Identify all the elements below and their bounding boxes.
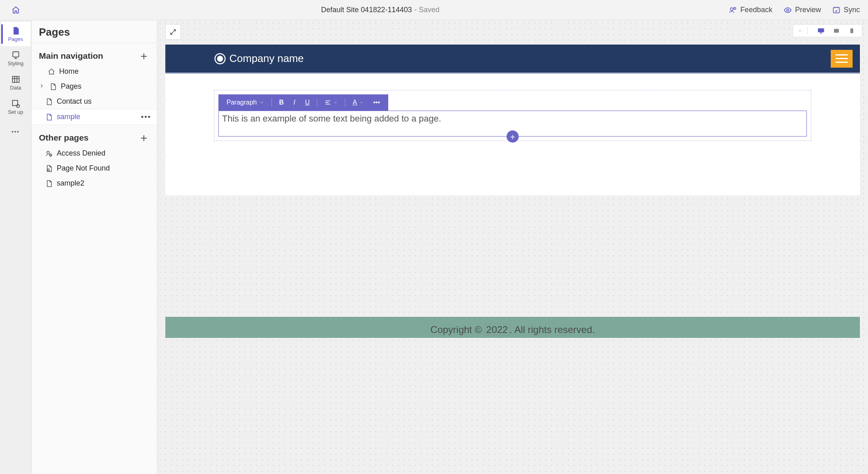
italic-button[interactable]: I <box>289 94 299 111</box>
preview-body: Paragraph B I U <box>165 74 860 195</box>
rail-item-setup[interactable]: Set up <box>1 95 30 119</box>
add-main-nav-page-button[interactable]: ＋ <box>138 50 150 62</box>
home-icon <box>11 6 20 15</box>
rail-item-pages[interactable]: Pages <box>1 22 30 46</box>
page-icon <box>45 98 53 105</box>
data-icon <box>11 75 20 84</box>
italic-icon: I <box>293 99 295 106</box>
preview-icon <box>784 6 792 14</box>
footer-suffix: . All rights reserved. <box>509 324 595 335</box>
add-element-button[interactable]: ＋ <box>507 130 519 143</box>
sync-label: Sync <box>844 6 860 14</box>
sync-button[interactable]: Sync <box>832 6 860 14</box>
chevron-down-icon <box>259 100 264 105</box>
company-name: Company name <box>229 52 304 65</box>
device-tablet-button[interactable] <box>832 27 841 34</box>
desktop-icon <box>817 27 825 34</box>
chevron-right-icon <box>39 82 45 91</box>
nav-item-home[interactable]: Home <box>32 64 157 79</box>
site-title: Default Site 041822-114403 <box>321 6 412 14</box>
footer-year[interactable]: 2022 <box>485 324 509 335</box>
tablet-icon <box>832 28 840 34</box>
svg-rect-13 <box>834 29 839 32</box>
saved-status: - Saved <box>415 6 440 14</box>
svg-point-8 <box>47 151 49 154</box>
bold-icon: B <box>279 99 284 106</box>
svg-point-2 <box>787 9 789 11</box>
device-phone-button[interactable] <box>847 27 856 34</box>
separator <box>317 98 317 107</box>
preview-site-header: Company name <box>165 45 860 74</box>
underline-button[interactable]: U <box>301 94 314 111</box>
top-actions: Feedback Preview Sync <box>729 6 860 14</box>
top-bar: Default Site 041822-114403 - Saved Feedb… <box>0 0 868 20</box>
more-icon: ••• <box>373 99 380 106</box>
device-switcher <box>793 24 862 37</box>
site-title-wrap: Default Site 041822-114403 - Saved <box>32 6 729 14</box>
add-other-page-button[interactable]: ＋ <box>138 132 150 143</box>
toolbar-more-button[interactable]: ••• <box>369 94 384 111</box>
rail-item-data[interactable]: Data <box>1 70 30 95</box>
svg-point-1 <box>734 7 736 9</box>
preview-footer: Copyright © 2022. All rights reserved. <box>165 317 860 338</box>
svg-rect-4 <box>13 51 19 57</box>
preview-menu-button[interactable] <box>831 50 853 68</box>
nav-item-more-button[interactable]: ••• <box>141 113 151 121</box>
svg-rect-3 <box>833 7 839 13</box>
nav-item-label: Page Not Found <box>57 164 110 173</box>
other-item-sample2[interactable]: sample2 <box>32 176 157 191</box>
other-item-not-found[interactable]: Page Not Found <box>32 161 157 176</box>
home-button[interactable] <box>0 0 32 20</box>
rail-item-styling[interactable]: Styling <box>1 46 30 70</box>
footer-prefix: Copyright © <box>430 324 485 335</box>
font-color-icon: A <box>353 99 357 106</box>
left-rail: Pages Styling Data Set up ••• <box>0 20 32 474</box>
editable-section[interactable]: Paragraph B I U <box>214 90 811 141</box>
other-item-access-denied[interactable]: Access Denied <box>32 146 157 161</box>
text-editor[interactable]: This is an example of some text being ad… <box>218 111 807 137</box>
block-style-label: Paragraph <box>227 99 257 106</box>
page-icon <box>45 113 53 121</box>
align-dropdown[interactable] <box>321 94 342 111</box>
code-view-button[interactable] <box>799 27 808 34</box>
rail-item-more[interactable]: ••• <box>1 119 30 143</box>
burger-line-icon <box>836 62 848 63</box>
feedback-icon <box>729 6 737 14</box>
feedback-label: Feedback <box>740 6 772 14</box>
nav-item-contact[interactable]: Contact us <box>32 94 157 109</box>
sync-icon <box>832 6 840 14</box>
burger-line-icon <box>836 58 848 59</box>
editor-content: This is an example of some text being ad… <box>222 113 441 124</box>
svg-rect-11 <box>818 28 824 32</box>
page-icon <box>45 180 53 187</box>
bold-button[interactable]: B <box>275 94 288 111</box>
font-color-dropdown[interactable]: A <box>348 94 368 111</box>
pages-icon <box>11 26 20 35</box>
preview-brand[interactable]: Company name <box>214 52 304 65</box>
preview-button[interactable]: Preview <box>784 6 821 14</box>
more-icon: ••• <box>12 128 20 135</box>
separator <box>272 98 272 107</box>
nav-item-label: Contact us <box>57 97 92 106</box>
nav-item-sample[interactable]: sample ••• <box>32 109 157 125</box>
block-style-dropdown[interactable]: Paragraph <box>222 94 268 111</box>
svg-point-0 <box>730 8 733 11</box>
code-icon <box>799 27 802 34</box>
align-icon <box>325 99 331 106</box>
chevron-down-icon <box>359 100 363 105</box>
feedback-button[interactable]: Feedback <box>729 6 772 14</box>
resize-handle-button[interactable] <box>165 24 181 40</box>
nav-item-label: sample <box>57 113 80 121</box>
not-found-icon <box>45 165 53 172</box>
rail-pages-label: Pages <box>8 36 23 42</box>
svg-point-16 <box>218 56 223 61</box>
device-desktop-button[interactable] <box>817 27 825 34</box>
brand-logo-icon <box>214 53 226 65</box>
rail-data-label: Data <box>10 85 21 91</box>
chevron-down-icon <box>334 100 338 105</box>
section-head-other: Other pages ＋ <box>32 125 157 146</box>
plus-icon: ＋ <box>509 131 517 142</box>
svg-rect-12 <box>820 33 822 34</box>
resize-icon <box>169 28 177 36</box>
nav-item-pages[interactable]: Pages <box>32 79 157 94</box>
